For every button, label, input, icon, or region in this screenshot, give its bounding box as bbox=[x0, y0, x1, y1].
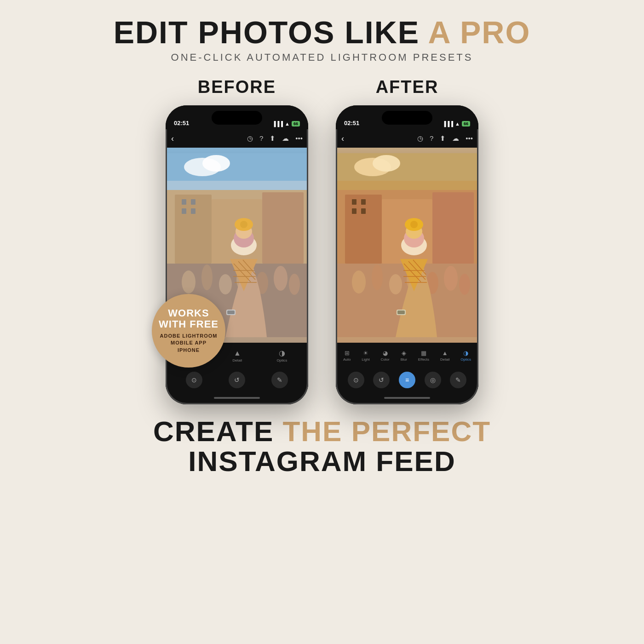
wifi-icon-after: ▲ bbox=[455, 121, 460, 126]
dynamic-island-before bbox=[212, 111, 262, 125]
before-column: BEFORE 02:51 ▐▐▐ ▲ 66 ‹ ◷ ? ⬆ ☁ ••• bbox=[166, 77, 308, 404]
nav-icons-before: ◷ ? ⬆ ☁ ••• bbox=[247, 134, 303, 143]
bottom-toolbar2-before: ⊙ ↺ ✎ bbox=[166, 368, 308, 391]
works-badge: WORKSWITH FREE ADOBE LIGHTROOM MOBILE AP… bbox=[152, 294, 225, 368]
toolbar-optics-after[interactable]: ◑ Optics bbox=[460, 350, 471, 362]
tool2-item3[interactable]: ✎ bbox=[271, 372, 288, 388]
toolbar-color-after[interactable]: ◕ Color bbox=[381, 350, 390, 362]
wifi-icon: ▲ bbox=[285, 121, 290, 126]
svg-point-15 bbox=[219, 274, 232, 294]
detail-label-before: Detail bbox=[233, 358, 242, 362]
badge-main-text: WORKSWITH FREE bbox=[159, 308, 218, 330]
light-icon-after: ☀ bbox=[363, 350, 368, 356]
home-bar-before bbox=[214, 397, 260, 399]
back-icon-after[interactable]: ‹ bbox=[341, 134, 344, 144]
effects-label-after: Effects bbox=[418, 357, 429, 362]
bottom-toolbar2-after: ⊙ ↺ ≡ ◎ ✎ bbox=[336, 368, 478, 391]
svg-rect-8 bbox=[182, 199, 186, 205]
toolbar-auto-after[interactable]: ⊞ Auto bbox=[343, 350, 351, 362]
bottom-toolbar-after: ⊞ Auto ☀ Light ◕ Color ◈ Blur ▦ Effect bbox=[336, 343, 478, 368]
status-time-before: 02:51 bbox=[174, 120, 189, 126]
footer-line2: INSTAGRAM FEED bbox=[153, 446, 491, 477]
more-icon-after[interactable]: ••• bbox=[466, 134, 473, 143]
tool2a-item3-active[interactable]: ≡ bbox=[399, 372, 415, 388]
tool2a-item5[interactable]: ✎ bbox=[450, 372, 466, 388]
battery-after: 66 bbox=[462, 121, 470, 126]
footer: CREATE THE PERFECT INSTAGRAM FEED bbox=[153, 417, 491, 477]
subtitle: ONE-CLICK AUTOMATED LIGHTROOM PRESETS bbox=[114, 52, 531, 63]
optics-icon-before: ◑ bbox=[279, 349, 285, 357]
after-phone: 02:51 ▐▐▐ ▲ 66 ‹ ◷ ? ⬆ ☁ ••• bbox=[336, 105, 478, 404]
svg-rect-9 bbox=[191, 199, 196, 205]
toolbar-effects-after[interactable]: ▦ Effects bbox=[418, 350, 429, 362]
auto-label-after: Auto bbox=[343, 357, 351, 362]
svg-rect-5 bbox=[175, 195, 212, 264]
back-icon-before[interactable]: ‹ bbox=[171, 134, 174, 144]
main-title: EDIT PHOTOS LIKE A PRO bbox=[114, 17, 531, 48]
toolbar-detail-after[interactable]: ▲ Detail bbox=[440, 350, 449, 362]
badge-sub-text: ADOBE LIGHTROOM MOBILE APP IPHONE bbox=[160, 333, 218, 354]
tool2-item2[interactable]: ↺ bbox=[229, 372, 245, 388]
phones-section: BEFORE 02:51 ▐▐▐ ▲ 66 ‹ ◷ ? ⬆ ☁ ••• bbox=[0, 77, 644, 404]
light-label-after: Light bbox=[362, 357, 369, 362]
history-icon[interactable]: ◷ bbox=[247, 134, 253, 143]
dynamic-island-after bbox=[382, 111, 432, 125]
svg-point-19 bbox=[289, 274, 300, 295]
toolbar-light-after[interactable]: ☀ Light bbox=[362, 350, 369, 362]
effects-icon-after: ▦ bbox=[421, 350, 426, 356]
tool2a-item1[interactable]: ⊙ bbox=[348, 372, 364, 388]
color-icon-after: ◕ bbox=[383, 350, 388, 356]
tool2-item1[interactable]: ⊙ bbox=[186, 372, 202, 388]
optics-label-after: Optics bbox=[460, 357, 471, 362]
cloud-icon-after[interactable]: ☁ bbox=[452, 134, 459, 143]
after-label: AFTER bbox=[376, 77, 439, 97]
footer-line1: CREATE THE PERFECT bbox=[153, 417, 491, 446]
svg-rect-10 bbox=[182, 208, 186, 214]
blur-icon-after: ◈ bbox=[402, 350, 406, 356]
detail-icon-after: ▲ bbox=[442, 350, 448, 356]
info-icon-after[interactable]: ? bbox=[430, 134, 433, 143]
svg-point-14 bbox=[201, 264, 213, 290]
info-icon[interactable]: ? bbox=[259, 134, 263, 143]
auto-icon-after: ⊞ bbox=[345, 350, 350, 356]
signal-icon: ▐▐▐ bbox=[272, 121, 283, 126]
before-label: BEFORE bbox=[198, 77, 276, 97]
detail-icon-before: ▲ bbox=[234, 349, 241, 357]
svg-rect-11 bbox=[191, 208, 196, 214]
nav-bar-before: ‹ ◷ ? ⬆ ☁ ••• bbox=[166, 129, 308, 148]
svg-point-3 bbox=[202, 155, 230, 172]
svg-point-18 bbox=[274, 266, 288, 291]
svg-rect-32 bbox=[227, 310, 235, 314]
nav-icons-after: ◷ ? ⬆ ☁ ••• bbox=[417, 134, 473, 143]
more-icon[interactable]: ••• bbox=[295, 134, 303, 143]
home-bar-after bbox=[384, 397, 430, 399]
color-label-after: Color bbox=[381, 357, 390, 362]
svg-rect-6 bbox=[262, 192, 304, 264]
share-icon-after[interactable]: ⬆ bbox=[440, 134, 446, 143]
battery-before: 66 bbox=[292, 121, 300, 126]
optics-label-before: Optics bbox=[277, 358, 288, 362]
status-time-after: 02:51 bbox=[344, 120, 359, 126]
blur-label-after: Blur bbox=[401, 357, 407, 362]
after-column: AFTER 02:51 ▐▐▐ ▲ 66 ‹ ◷ ? ⬆ ☁ ••• bbox=[336, 77, 478, 404]
detail-label-after: Detail bbox=[440, 357, 449, 362]
signal-icon-after: ▐▐▐ bbox=[443, 121, 453, 126]
toolbar-blur-after[interactable]: ◈ Blur bbox=[401, 350, 407, 362]
tool2a-item2[interactable]: ↺ bbox=[373, 372, 390, 388]
svg-rect-66 bbox=[336, 153, 478, 337]
history-icon-after[interactable]: ◷ bbox=[417, 134, 423, 143]
toolbar-detail-before[interactable]: ▲ Detail bbox=[233, 349, 242, 362]
tool2a-item4[interactable]: ◎ bbox=[425, 372, 441, 388]
optics-icon-after: ◑ bbox=[463, 350, 468, 356]
status-icons-after: ▐▐▐ ▲ 66 bbox=[443, 121, 470, 126]
toolbar-optics-before[interactable]: ◑ Optics bbox=[277, 349, 288, 362]
home-indicator-before bbox=[166, 391, 308, 404]
cloud-icon[interactable]: ☁ bbox=[282, 134, 289, 143]
photo-after bbox=[336, 148, 478, 343]
status-icons-before: ▐▐▐ ▲ 66 bbox=[272, 121, 300, 126]
photo-after-svg bbox=[336, 148, 478, 343]
share-icon[interactable]: ⬆ bbox=[270, 134, 276, 143]
nav-bar-after: ‹ ◷ ? ⬆ ☁ ••• bbox=[336, 129, 478, 148]
svg-point-30 bbox=[240, 221, 247, 228]
svg-point-13 bbox=[182, 270, 196, 293]
